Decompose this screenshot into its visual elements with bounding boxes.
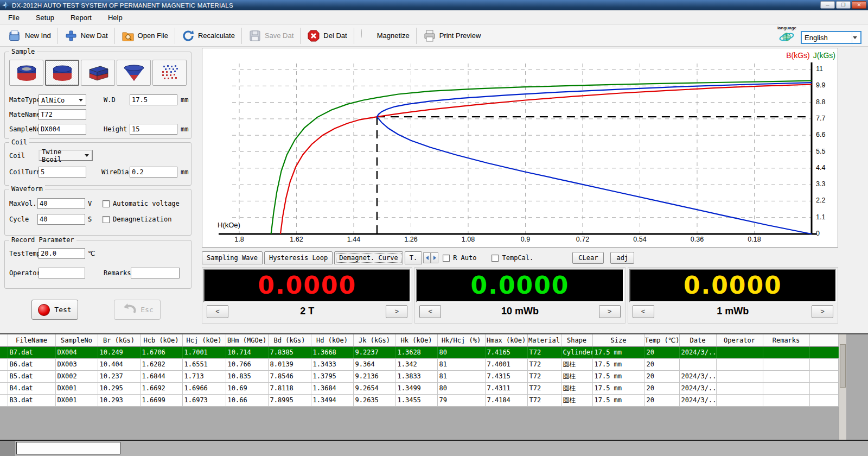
- horizontal-scrollbar[interactable]: [0, 441, 868, 456]
- language-dropdown[interactable]: English: [801, 31, 861, 44]
- toolbar-separator: [114, 28, 115, 44]
- horizontal-scrollbar-thumb[interactable]: [16, 442, 120, 454]
- table-cell: 80: [437, 382, 485, 394]
- esc-button[interactable]: Esc: [114, 300, 161, 320]
- recoil-lower: [377, 117, 812, 234]
- recalculate-button[interactable]: Recalculate: [176, 27, 240, 45]
- tab-scroll-right-button[interactable]: [431, 252, 438, 263]
- magnetize-button[interactable]: Magnetize: [355, 27, 415, 45]
- mate-type-dropdown[interactable]: AlNiCo: [39, 94, 86, 106]
- print-preview-button[interactable]: Print Preview: [418, 27, 487, 45]
- table-vertical-scrollbar[interactable]: [839, 334, 846, 440]
- height-unit: mm: [181, 124, 188, 135]
- vertical-scrollbar-thumb[interactable]: [840, 344, 846, 388]
- flux1-display-screen: 0.0000: [629, 269, 837, 302]
- wire-dia-input[interactable]: [130, 167, 177, 178]
- cycle-input[interactable]: [37, 214, 85, 225]
- flux1-range-next-button[interactable]: >: [812, 305, 833, 318]
- column-header[interactable]: Remarks: [763, 334, 809, 346]
- table-row[interactable]: B3.datDX00110.2931.66991.697310.667.8995…: [0, 394, 838, 406]
- operator-input[interactable]: [39, 268, 85, 278]
- column-header[interactable]: Size: [592, 334, 644, 346]
- column-header[interactable]: Br (kGs): [98, 334, 140, 346]
- column-header[interactable]: Hk/Hcj (%): [437, 334, 485, 346]
- automatic-voltage-checkbox[interactable]: [103, 200, 110, 207]
- menu-item-file[interactable]: File: [0, 11, 28, 24]
- y-tick-label: 0: [816, 230, 820, 237]
- column-header[interactable]: Operator: [716, 334, 763, 346]
- height-input[interactable]: [130, 124, 177, 135]
- menu-item-help[interactable]: Help: [100, 11, 131, 24]
- language-label: language: [777, 26, 796, 30]
- table-row[interactable]: B7.datDX00410.2491.67061.700110.7147.838…: [0, 346, 838, 358]
- column-header[interactable]: Hcb (kOe): [140, 334, 182, 346]
- save-dat-button[interactable]: Save Dat: [243, 27, 299, 45]
- coil-dropdown[interactable]: Twine Bcoil: [39, 150, 93, 161]
- remarks-input[interactable]: [131, 268, 180, 278]
- max-vol-input[interactable]: [37, 198, 85, 209]
- test-temp-input[interactable]: [39, 248, 85, 259]
- column-header[interactable]: BHm (MGOe): [226, 334, 268, 346]
- column-header[interactable]: FileName: [8, 334, 55, 346]
- sample-no-input[interactable]: [39, 124, 86, 135]
- table-row[interactable]: B5.datDX00210.2371.68441.71310.8357.8546…: [0, 370, 838, 382]
- menu-item-report[interactable]: Report: [62, 11, 100, 24]
- del-dat-button[interactable]: Del Dat: [302, 27, 352, 45]
- column-header[interactable]: SampleNo: [55, 334, 98, 346]
- column-header[interactable]: Hcj (kOe): [182, 334, 226, 346]
- column-header[interactable]: Hd (kOe): [311, 334, 353, 346]
- column-header[interactable]: Shape: [561, 334, 592, 346]
- sample-shape-cone-button[interactable]: [117, 60, 151, 86]
- table-cell: T72: [527, 394, 561, 406]
- column-header[interactable]: Bd (kGs): [268, 334, 311, 346]
- table-cell: T72: [527, 370, 561, 382]
- minimize-button[interactable]: ─: [820, 1, 835, 9]
- tab-overflow[interactable]: T.: [405, 251, 422, 264]
- column-header[interactable]: Hmax (kOe): [485, 334, 527, 346]
- test-button[interactable]: Test: [31, 300, 78, 320]
- temp-cal-checkbox[interactable]: [492, 255, 499, 262]
- tab-hysteresis-loop[interactable]: Hysteresis Loop: [264, 251, 333, 264]
- new-ind-button[interactable]: New Ind: [3, 27, 56, 45]
- coil-turn-input[interactable]: [39, 167, 86, 178]
- table-cell: Cylinder: [561, 346, 592, 358]
- open-file-button[interactable]: Open File: [116, 27, 174, 45]
- tab-sampling-wave[interactable]: Sampling Wave: [202, 251, 263, 264]
- maximize-button[interactable]: ❐: [836, 1, 851, 9]
- column-header[interactable]: Material: [527, 334, 561, 346]
- adj-button[interactable]: adj: [610, 252, 634, 264]
- filler-cell: [809, 382, 838, 394]
- table-cell: 1.3833: [395, 370, 437, 382]
- column-header[interactable]: Hk (kOe): [395, 334, 437, 346]
- sample-shape-powder-button[interactable]: [152, 60, 187, 86]
- flux10-range-next-button[interactable]: >: [599, 305, 621, 318]
- toolbar: New Ind New Dat Open File Recalculate Sa…: [0, 25, 868, 47]
- mate-name-input[interactable]: [39, 109, 86, 120]
- clear-button[interactable]: CLear: [572, 252, 604, 264]
- menu-item-setup[interactable]: Setup: [28, 11, 62, 24]
- column-header[interactable]: Date: [679, 334, 716, 346]
- r-auto-checkbox[interactable]: [443, 255, 450, 262]
- sample-shape-cylinder-button[interactable]: [45, 60, 79, 86]
- tab-scroll-left-button[interactable]: [423, 252, 431, 263]
- column-header[interactable]: Jk (kGs): [353, 334, 395, 346]
- table-cell: 圆柱: [561, 394, 592, 406]
- wd-input[interactable]: [130, 94, 177, 105]
- table-cell: 10.69: [226, 382, 268, 394]
- column-header[interactable]: Temp (℃): [644, 334, 679, 346]
- close-button[interactable]: ✕: [852, 1, 866, 9]
- table-row[interactable]: B6.datDX00310.4041.62821.655110.7668.013…: [0, 358, 838, 370]
- tab-demagnet-curve[interactable]: Demagnet. Curve: [334, 251, 403, 264]
- new-dat-button[interactable]: New Dat: [59, 27, 113, 45]
- table-cell: 7.8546: [268, 370, 311, 382]
- coil-group-title: Coil: [9, 138, 29, 146]
- table-row[interactable]: B4.datDX00110.2951.66921.696610.697.8118…: [0, 382, 838, 394]
- sample-shape-ring-button[interactable]: [9, 60, 43, 86]
- table-cell: 1.3795: [311, 370, 353, 382]
- title-bar: DX-2012H AUTO TEST SYSTEM OF PERMANENT M…: [0, 0, 868, 10]
- demagnetization-checkbox[interactable]: [103, 216, 110, 223]
- sample-shape-block-button[interactable]: [81, 60, 115, 86]
- parameter-panel: Sample MateType AlNiCo: [0, 47, 201, 334]
- b-range-next-button[interactable]: >: [386, 305, 407, 318]
- table-cell: 8.0139: [268, 358, 311, 370]
